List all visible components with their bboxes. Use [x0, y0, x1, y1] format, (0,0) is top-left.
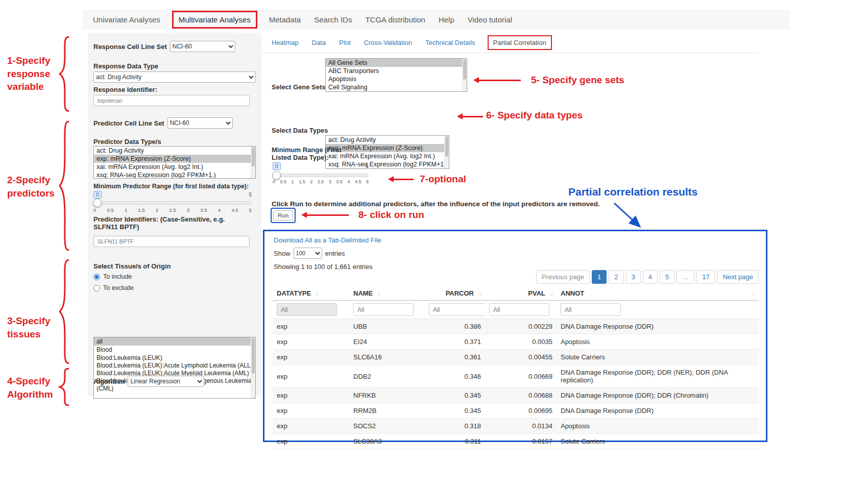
- tissue-include-radio[interactable]: To include: [93, 273, 132, 280]
- cell-datatype: exp: [273, 350, 349, 365]
- column-header-datatype[interactable]: DATATYPE↑↓: [273, 286, 349, 301]
- tissue-option[interactable]: Blood:Leukemia (LEUK): [94, 354, 255, 362]
- cell-name: SLC38A3: [349, 434, 425, 449]
- table-row[interactable]: exp UBB 0.386 0.00229 DNA Damage Respons…: [273, 319, 759, 334]
- slider-track[interactable]: [273, 174, 369, 177]
- gene-set-option[interactable]: Cell Signaling: [326, 83, 467, 91]
- pagination-next[interactable]: Next page: [717, 270, 759, 284]
- column-header-annot[interactable]: ANNOT↑↓: [557, 286, 759, 301]
- predictor-data-types-listbox: act: Drug Activity exp: mRNA Expression …: [93, 146, 256, 179]
- slider-track[interactable]: [93, 201, 252, 205]
- slider-handle[interactable]: [272, 171, 281, 180]
- sort-icon[interactable]: ↑↓: [477, 290, 481, 297]
- cell-name: EI24: [349, 334, 425, 350]
- response-data-type-select[interactable]: act: Drug Activity: [93, 71, 256, 83]
- sort-icon[interactable]: ↑↓: [549, 290, 552, 297]
- tab-cross-validation[interactable]: Cross-Validation: [364, 39, 412, 46]
- table-row[interactable]: exp RRM2B 0.345 0.00695 DNA Damage Respo…: [273, 403, 759, 419]
- radio-exclude[interactable]: [93, 285, 100, 291]
- table-row[interactable]: exp SOCS2 0.318 0.0134 Apoptosis: [273, 419, 759, 434]
- tab-data[interactable]: Data: [312, 39, 326, 46]
- scrollbar[interactable]: [444, 136, 449, 168]
- scrollbar[interactable]: [462, 59, 467, 91]
- pagination-page-2[interactable]: 2: [609, 270, 623, 284]
- tab-heatmap[interactable]: Heatmap: [272, 39, 299, 46]
- page-size-select[interactable]: 100: [294, 248, 322, 259]
- download-link[interactable]: Download All as a Tab-Delimited File: [274, 236, 381, 244]
- filter-pval[interactable]: [489, 303, 549, 316]
- tab-technical-details[interactable]: Technical Details: [425, 39, 475, 46]
- nav-metadata[interactable]: Metadata: [269, 15, 301, 24]
- partial-correlation-results: Download All as a Tab-Delimited File Sho…: [263, 230, 767, 442]
- showing-entries-text: Showing 1 to 100 of 1,661 entries: [274, 263, 373, 271]
- pagination-page-5[interactable]: 5: [660, 270, 674, 284]
- predictor-data-type-option-selected[interactable]: exp: mRNA Expression (Z-Score): [94, 155, 255, 163]
- gene-sets-label: Select Gene Sets: [272, 83, 326, 91]
- cell-datatype: exp: [273, 319, 349, 334]
- gene-set-option[interactable]: ABC Transporters: [326, 67, 467, 75]
- cell-datatype: exp: [273, 419, 349, 434]
- nav-tcga-distribution[interactable]: TCGA distribution: [365, 15, 425, 24]
- predictor-data-types-label: Predictor Data Type/s: [93, 138, 161, 145]
- slider-handle[interactable]: [93, 199, 102, 207]
- gene-set-option[interactable]: Apoptosis: [326, 75, 467, 83]
- sort-icon[interactable]: ↑↓: [315, 290, 318, 297]
- sort-icon[interactable]: ↑↓: [376, 290, 380, 297]
- predictor-cell-line-set-select[interactable]: NCI-60: [167, 117, 233, 129]
- column-header-parcor[interactable]: PARCOR↑↓: [425, 286, 485, 301]
- tab-plot[interactable]: Plot: [339, 39, 350, 46]
- pagination-page-1[interactable]: 1: [592, 270, 607, 284]
- scrollbar[interactable]: [251, 147, 255, 178]
- radio-include[interactable]: [93, 274, 100, 280]
- nav-multivariate-analyses[interactable]: Multivariate Analyses: [172, 11, 257, 29]
- cell-datatype: exp: [273, 365, 349, 388]
- tissue-option-selected[interactable]: all: [94, 337, 255, 346]
- entries-label: entries: [325, 250, 345, 257]
- run-button[interactable]: Run: [273, 210, 293, 221]
- table-row[interactable]: exp SLC6A16 0.361 0.00455 Solute Carrier…: [273, 350, 759, 365]
- scrollbar[interactable]: [251, 337, 255, 398]
- table-row[interactable]: exp NFRKB 0.345 0.00688 DNA Damage Respo…: [273, 388, 759, 403]
- cell-name: DDB2: [349, 365, 425, 388]
- pagination-previous[interactable]: Previous page: [536, 270, 590, 284]
- cell-annot: DNA Damage Response (DDR): [557, 319, 759, 334]
- tissue-option[interactable]: Blood: [94, 346, 255, 354]
- tissue-exclude-radio[interactable]: To exclude: [93, 284, 134, 291]
- predictor-data-type-option[interactable]: xai: mRNA Expression (Avg. log2 Int.): [94, 163, 255, 171]
- predictor-identifiers-input[interactable]: [93, 236, 250, 247]
- filter-annot[interactable]: [561, 303, 621, 316]
- filter-name[interactable]: [353, 303, 414, 316]
- nav-video-tutorial[interactable]: Video tutorial: [468, 15, 512, 24]
- gene-set-option-selected[interactable]: All Gene Sets: [326, 59, 467, 67]
- table-row[interactable]: exp DDB2 0.346 0.00669 DNA Damage Respon…: [273, 365, 759, 388]
- nav-help[interactable]: Help: [439, 15, 454, 24]
- filter-datatype[interactable]: [277, 303, 337, 316]
- data-type-option[interactable]: act: Drug Activity: [326, 136, 449, 144]
- table-row[interactable]: exp EI24 0.371 0.0035 Apoptosis: [273, 334, 759, 350]
- column-header-pval[interactable]: PVAL↑↓: [485, 286, 557, 301]
- response-identifier-input[interactable]: [93, 95, 250, 106]
- sort-icon[interactable]: ↑↓: [751, 290, 755, 297]
- table-filter-row: [273, 301, 759, 319]
- annotation-step4: 4-Specify Algorithm: [7, 375, 63, 401]
- tissue-option[interactable]: Blood:Leukemia (LEUK):Acute Lymphoid Leu…: [94, 362, 255, 370]
- table-row[interactable]: exp SLC38A3 0.311 0.0157 Solute Carriers: [273, 434, 759, 449]
- pagination-page-4[interactable]: 4: [643, 270, 658, 284]
- nav-search-ids[interactable]: Search IDs: [314, 15, 352, 24]
- algorithm-select[interactable]: Linear Regression: [128, 376, 204, 387]
- predictor-data-type-option[interactable]: xsq: RNA-seq Expression (log2 FPKM+1.): [94, 171, 255, 179]
- slider-max-label: 5: [366, 163, 369, 169]
- nav-univariate-analyses[interactable]: Univariate Analyses: [93, 15, 160, 24]
- filter-parcor[interactable]: [429, 303, 485, 316]
- cell-name: RRM2B: [349, 403, 425, 419]
- column-header-name[interactable]: NAME↑↓: [349, 286, 425, 301]
- run-instruction: Click Run to determine additional predic…: [272, 200, 600, 208]
- predictor-cell-line-set-row: Predictor Cell Line Set NCI-60: [93, 117, 233, 129]
- tab-partial-correlation[interactable]: Partial Correlation: [488, 35, 552, 50]
- min-range-slider: 0 5 00.511.522.533.544.55: [273, 162, 369, 185]
- pagination-page-17[interactable]: 17: [696, 270, 715, 284]
- pagination-page-3[interactable]: 3: [626, 270, 641, 284]
- predictor-cell-line-set-label: Predictor Cell Line Set: [93, 119, 164, 127]
- predictor-data-type-option[interactable]: act: Drug Activity: [94, 147, 255, 155]
- response-cell-line-set-select[interactable]: NCI-60: [170, 41, 235, 52]
